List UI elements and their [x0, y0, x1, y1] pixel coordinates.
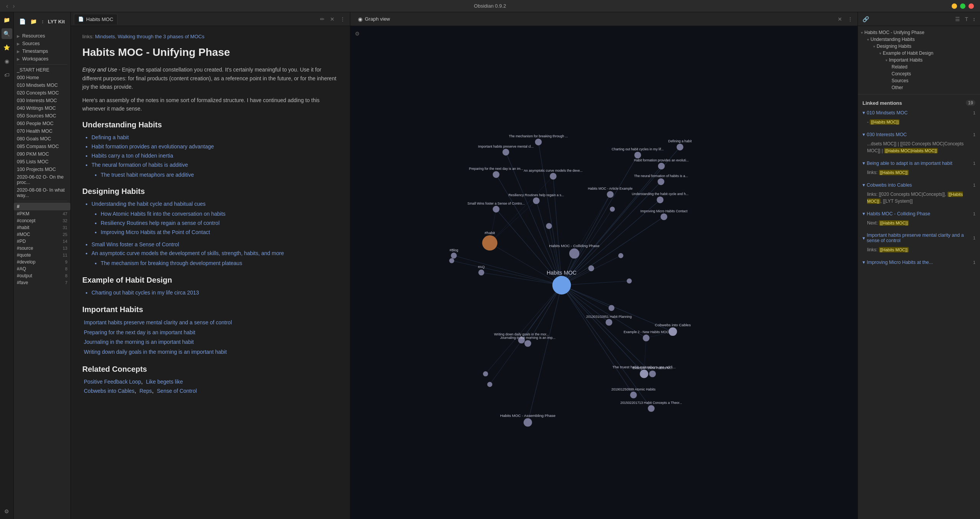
more-graph-icon[interactable]: ⋮	[846, 15, 854, 24]
sidebar-item[interactable]: 085 Compass MOC	[14, 143, 70, 150]
sidebar-item[interactable]: 100 Projects MOC	[14, 166, 70, 173]
mention-group-title[interactable]: ▾ Cobwebs into Cables 1	[858, 181, 980, 189]
close-graph-icon[interactable]: ✕	[836, 15, 844, 24]
sidebar-item[interactable]: 000 Home	[14, 74, 70, 81]
tag-item[interactable]: #habit31	[14, 224, 70, 231]
editor-tab-habits[interactable]: 📄 Habits MOC	[74, 14, 118, 24]
tree-item-important[interactable]: ▾ Important Habits	[858, 57, 980, 63]
sidebar-item-timestamps[interactable]: ▶ Timestamps	[14, 47, 70, 55]
hidden-inertia-link[interactable]: Habits carry a ton of hidden inertia	[91, 153, 173, 159]
reps-link[interactable]: Reps	[139, 388, 152, 394]
mention-group-title[interactable]: ▾ Being able to adapt is an important ha…	[858, 159, 980, 168]
nav-forward[interactable]: ›	[13, 3, 15, 10]
sidebar-item[interactable]: 090 PKM MOC	[14, 150, 70, 158]
defining-link[interactable]: Defining a habit	[91, 134, 129, 140]
graph-settings-icon[interactable]: ⚙	[353, 29, 361, 38]
new-folder-icon[interactable]: 📁	[29, 17, 38, 26]
mention-group-title[interactable]: ▾ 010 Mindsets MOC 1	[858, 108, 980, 117]
neural-link[interactable]: The neural formation of habits is additi…	[91, 162, 188, 168]
minimize-button[interactable]	[952, 3, 957, 9]
tag-item[interactable]: #quote11	[14, 252, 70, 259]
settings-icon-btn[interactable]: ⚙	[2, 506, 12, 517]
clarity-link[interactable]: Important habits preserve mental clarity…	[84, 318, 338, 328]
cycle-link[interactable]: Understanding the habit cycle and habitu…	[91, 201, 206, 207]
pfl-link[interactable]: Positive Feedback Loop	[84, 379, 141, 385]
tag-item[interactable]: #AQ8	[14, 265, 70, 272]
heading-icon[interactable]: T	[963, 15, 970, 24]
tag-item[interactable]: #output8	[14, 272, 70, 279]
sidebar-item[interactable]: 080 Goals MOC	[14, 135, 70, 143]
tree-item-sources[interactable]: Sources	[858, 77, 980, 84]
sidebar-item[interactable]: _START HERE	[14, 66, 70, 74]
new-note-icon[interactable]: 📄	[18, 17, 27, 26]
tree-item-example[interactable]: ▾ Example of Habit Design	[858, 50, 980, 57]
writing-link[interactable]: Writing down daily goals in the morning …	[84, 347, 338, 357]
search-icon-btn[interactable]: 🔍	[2, 28, 12, 39]
sidebar-item[interactable]: 020 Concepts MOC	[14, 89, 70, 97]
starred-icon-btn[interactable]: ⭐	[2, 42, 12, 53]
atomic-link[interactable]: How Atomic Habits fit into the conversat…	[101, 211, 225, 217]
sidebar-item[interactable]: 070 Health MOC	[14, 127, 70, 135]
sidebar-item[interactable]: 095 Lists MOC	[14, 158, 70, 166]
maximize-button[interactable]	[960, 3, 965, 9]
sidebar-item[interactable]: 050 Sources MOC	[14, 112, 70, 120]
tag-item[interactable]: #fave7	[14, 279, 70, 286]
tag-item[interactable]: #source13	[14, 245, 70, 252]
link-icon[interactable]: 🔗	[861, 15, 871, 24]
sidebar-item-resources[interactable]: ▶ Resources	[14, 32, 70, 40]
sidebar-item[interactable]: 2020-08-08 O- In what way...	[14, 186, 70, 199]
plateau-link[interactable]: The mechanism for breaking through devel…	[101, 260, 242, 266]
tag-item[interactable]: #MOC25	[14, 231, 70, 238]
graph-icon-btn[interactable]: ◉	[2, 56, 12, 67]
sidebar-hash[interactable]: #	[14, 203, 70, 210]
tag-item[interactable]: #concept32	[14, 217, 70, 224]
sidebar-item[interactable]: 030 Interests MOC	[14, 97, 70, 104]
preparing-link[interactable]: Preparing for the next day is an importa…	[84, 328, 338, 338]
sidebar-item[interactable]: 040 Writings MOC	[14, 104, 70, 112]
truest-link[interactable]: The truest habit metaphors are additive	[101, 172, 194, 178]
tag-item[interactable]: #PKM47	[14, 210, 70, 217]
tags-icon-btn[interactable]: 🏷	[2, 70, 12, 80]
walking-link[interactable]: Walking through the 3 phases of MOCs	[118, 34, 204, 39]
sidebar-item[interactable]: 010 Mindsets MOC	[14, 81, 70, 89]
mention-link[interactable]: [[Habits MOC]]	[879, 220, 909, 226]
soc-link[interactable]: Sense of Control	[157, 388, 197, 394]
mention-link[interactable]: [[Habits MOC|Habits MOC]]	[884, 148, 938, 153]
sidebar-item[interactable]: 2020-06-02 O- On the proc...	[14, 173, 70, 186]
more-options-icon[interactable]: ⋮	[338, 15, 347, 24]
mention-link[interactable]: [[Habits MOC]]	[867, 192, 963, 204]
habit-formation-link[interactable]: Habit formation provides an evolutionary…	[91, 143, 214, 150]
charting-link[interactable]: Charting out habit cycles in my life cir…	[91, 290, 199, 296]
tree-item-related[interactable]: Related	[858, 63, 980, 70]
graph-tab[interactable]: ◉ Graph view	[353, 14, 395, 24]
mention-link[interactable]: [[Habits MOC]]	[870, 119, 900, 125]
journaling-link[interactable]: Journaling in the morning is an importan…	[84, 337, 338, 347]
micro-habits-link[interactable]: Improving Micro Habits at the Point of C…	[101, 229, 210, 235]
mention-link[interactable]: [[Habits MOC]]	[879, 170, 909, 175]
lbl-link[interactable]: Like begets like	[146, 379, 183, 385]
mention-link[interactable]: [[Habits MOC]]	[879, 247, 909, 252]
mention-group-title[interactable]: ▾ 030 Interests MOC 1	[858, 130, 980, 139]
close-button[interactable]	[969, 3, 974, 9]
tree-item-other[interactable]: Other	[858, 84, 980, 91]
sidebar-item-sources-section[interactable]: ▶ Sources	[14, 40, 70, 47]
asymptotic-link[interactable]: An asymptotic curve models the developme…	[91, 250, 284, 256]
mention-group-title[interactable]: ▾ Habits MOC - Colliding Phase 1	[858, 209, 980, 218]
tag-item[interactable]: #develop9	[14, 259, 70, 265]
sort-right-icon[interactable]: ↕	[971, 15, 977, 24]
cobwebs-link[interactable]: Cobwebs into Cables	[84, 388, 134, 394]
sidebar-item-workspaces[interactable]: ▶ Workspaces	[14, 55, 70, 63]
close-tab-icon[interactable]: ✕	[328, 15, 336, 24]
nav-back[interactable]: ‹	[6, 3, 8, 10]
tree-item-understanding[interactable]: ▾ Understanding Habits	[858, 36, 980, 43]
tree-item-designing[interactable]: ▾ Designing Habits	[858, 43, 980, 50]
mention-group-title[interactable]: ▾ Improving Micro Habits at the... 1	[858, 258, 980, 267]
sidebar-item[interactable]: 060 People MOC	[14, 120, 70, 127]
mindsets-link[interactable]: Mindsets	[95, 34, 115, 39]
list-icon[interactable]: ☰	[954, 15, 962, 24]
files-icon-btn[interactable]: 📁	[2, 15, 12, 25]
tag-item[interactable]: #PD14	[14, 238, 70, 245]
resiliency-link[interactable]: Resiliency Routines help regain a sense …	[101, 220, 220, 226]
edit-icon[interactable]: ✏	[318, 15, 326, 24]
small-wins-link[interactable]: Small Wins foster a Sense of Control	[91, 241, 179, 247]
